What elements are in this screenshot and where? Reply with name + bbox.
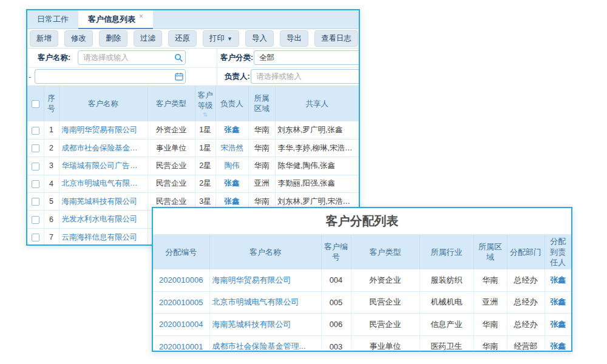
calendar-icon[interactable] (175, 72, 183, 81)
delete-button[interactable]: 删除 (99, 30, 127, 47)
filter-row-divider (27, 67, 359, 68)
cell-customer-name[interactable]: 华瑞城有限公司广告设计部 (59, 157, 148, 175)
cell-no: 6 (44, 211, 59, 228)
col-shared[interactable]: 共享人 (275, 86, 359, 121)
cell-customer-name[interactable]: 成都市社会保险基金管理... (59, 139, 148, 157)
cell-customer-name[interactable]: 光发水利水电有限公司 (59, 211, 148, 228)
cell-customer-type: 民营企业 (148, 175, 195, 192)
cell-alloc-no[interactable]: 2020010004 (153, 314, 209, 336)
table-row: 2020010004海南芜城科技有限公司006民营企业信息产业华南总经办张鑫 (153, 314, 571, 336)
cell-assignee[interactable]: 张鑫 (544, 291, 571, 314)
cell-owner[interactable]: 张鑫 (215, 175, 248, 192)
table-row: 4北京市明城电气有限公司民营企业2星张鑫亚洲李勤丽,阳强,张鑫 (27, 175, 359, 192)
date-range-dash: - (29, 67, 31, 86)
row-select-cell (27, 139, 44, 157)
col-region[interactable]: 所属区域 (248, 86, 275, 121)
row-checkbox[interactable] (32, 216, 39, 224)
date-input[interactable] (35, 69, 186, 84)
cell-customer-name[interactable]: 成都市社会保险基金管理... (209, 335, 321, 352)
cell-region: 亚洲 (248, 175, 275, 192)
cell-customer-type: 事业单位 (351, 335, 419, 352)
tab-daily-work[interactable]: 日常工作 (27, 10, 78, 29)
row-checkbox[interactable] (32, 163, 39, 170)
cell-shared: 李勤丽,阳强,张鑫 (275, 175, 359, 192)
cell-customer-name[interactable]: 海南明华贸易有限公司 (209, 269, 321, 292)
table-row: 1海南明华贸易有限公司外资企业1星张鑫华南刘东林,罗广明,张鑫 (27, 121, 359, 139)
cell-assignee[interactable]: 张鑫 (544, 269, 571, 292)
owner-input[interactable] (251, 69, 360, 84)
cell-customer-name[interactable]: 北京市明城电气有限公司 (59, 175, 148, 192)
col-region: 所属区域 (473, 235, 507, 269)
col-customer-name[interactable]: 客户名称 (59, 86, 148, 121)
cell-customer-name[interactable]: 海南明华贸易有限公司 (59, 121, 148, 139)
cell-owner[interactable]: 张鑫 (215, 121, 248, 139)
print-label: 打印 (209, 34, 225, 42)
row-select-cell (27, 228, 44, 246)
cell-customer-no: 006 (321, 314, 351, 336)
row-checkbox[interactable] (32, 180, 39, 188)
customer-category-label: 客户分类: (220, 49, 253, 67)
cell-owner[interactable]: 宋浩然 (215, 139, 248, 157)
owner-label: 负责人: (225, 67, 250, 86)
filter-button[interactable]: 过滤 (134, 30, 162, 47)
import-button[interactable]: 导入 (245, 30, 274, 47)
table-row: 2020010006海南明华贸易有限公司004外资企业服装纺织华南总经办张鑫 (153, 269, 571, 292)
table-row: 3华瑞城有限公司广告设计部民营企业2星陶伟华南陈华健,陶伟,张鑫 (27, 157, 359, 175)
cell-customer-name[interactable]: 北京市明城电气有限公司 (209, 291, 321, 314)
row-checkbox[interactable] (32, 198, 39, 206)
cell-no: 1 (44, 121, 59, 139)
select-all-checkbox[interactable] (32, 100, 39, 108)
table-header-row: 分配编号 客户名称 客户编号 客户类型 所属行业 所属区域 分配部门 分配到责任… (153, 235, 571, 269)
cell-assignee[interactable]: 张鑫 (544, 335, 571, 352)
search-icon[interactable] (174, 53, 183, 62)
row-checkbox[interactable] (32, 127, 39, 135)
dropdown-caret-icon: ▼ (227, 36, 232, 42)
cell-region: 华南 (248, 121, 275, 139)
cell-customer-name[interactable]: 云南海祥信息有限公司 (59, 228, 148, 246)
cell-alloc-no[interactable]: 2020010006 (153, 269, 209, 292)
col-customer-level[interactable]: 客户等级⇅ (195, 86, 215, 121)
view-log-button[interactable]: 查看日志 (314, 30, 358, 47)
cell-owner[interactable]: 陶伟 (215, 157, 248, 175)
row-checkbox[interactable] (32, 144, 39, 152)
cell-no: 2 (44, 139, 59, 157)
cell-region: 亚洲 (473, 291, 507, 314)
export-button[interactable]: 导出 (280, 30, 308, 47)
cell-customer-level: 1星 (195, 121, 215, 139)
cell-alloc-no[interactable]: 2020010001 (153, 335, 209, 352)
cell-alloc-dept: 总经办 (507, 291, 544, 314)
cell-customer-name[interactable]: 海南芜城科技有限公司 (209, 314, 321, 336)
print-button[interactable]: 打印▼ (203, 30, 239, 47)
cell-alloc-no[interactable]: 2020010005 (153, 291, 209, 314)
cell-customer-name[interactable]: 海南芜城科技有限公司 (59, 193, 148, 211)
row-select-cell (27, 157, 44, 175)
col-no[interactable]: 序号 (44, 86, 59, 121)
cell-customer-level: 2星 (195, 175, 215, 192)
close-icon[interactable]: × (139, 12, 143, 21)
customer-category-select[interactable]: 全部 (254, 50, 360, 65)
cell-customer-type: 民营企业 (351, 314, 419, 336)
select-all-header[interactable] (27, 86, 44, 121)
col-customer-name: 客户名称 (209, 235, 321, 269)
cell-customer-type: 事业单位 (148, 139, 195, 157)
row-select-cell (27, 121, 44, 139)
cell-customer-level: 1星 (195, 139, 215, 157)
col-customer-type[interactable]: 客户类型 (148, 86, 195, 121)
cell-customer-level: 2星 (195, 157, 215, 175)
cell-industry: 信息产业 (419, 314, 473, 336)
customer-name-input[interactable] (78, 50, 186, 65)
edit-button[interactable]: 修改 (64, 30, 93, 47)
add-button[interactable]: 新增 (30, 30, 58, 47)
customer-name-label: 客户名称: (38, 49, 70, 67)
cell-assignee[interactable]: 张鑫 (544, 314, 571, 336)
col-owner[interactable]: 负责人 (215, 86, 248, 121)
cell-region: 华南 (248, 157, 275, 175)
restore-button[interactable]: 还原 (168, 30, 197, 47)
toolbar: 新增 修改 删除 过滤 还原 打印▼ 导入 导出 查看日志 (27, 29, 359, 49)
cell-customer-no: 005 (321, 291, 351, 314)
sort-icon[interactable]: ⇅ (197, 112, 214, 117)
tab-customer-info-list[interactable]: 客户信息列表 × (78, 10, 153, 29)
row-checkbox[interactable] (32, 234, 39, 241)
col-assignee: 分配到责任人 (544, 235, 571, 269)
col-customer-no: 客户编号 (321, 235, 351, 269)
